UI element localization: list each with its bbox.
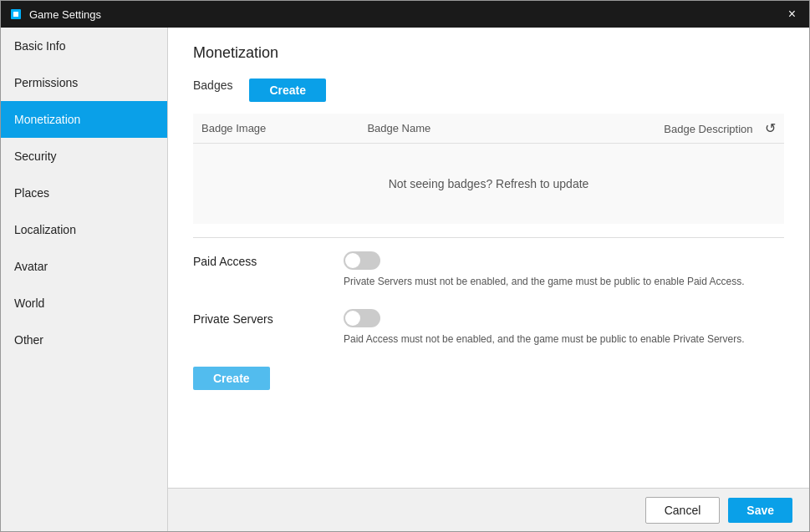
main-scrollable: Monetization Badges Create Badge Image B… — [168, 28, 809, 488]
sidebar-item-basic-info[interactable]: Basic Info — [1, 28, 167, 64]
paid-access-section: Paid Access Private Servers must not be … — [193, 251, 784, 289]
main-content: Monetization Badges Create Badge Image B… — [168, 28, 809, 531]
sidebar-item-monetization[interactable]: Monetization — [1, 101, 167, 138]
col-badge-name: Badge Name — [359, 114, 522, 144]
paid-access-row: Paid Access Private Servers must not be … — [193, 251, 784, 289]
badges-label: Badges — [193, 79, 232, 92]
paid-access-label: Paid Access — [193, 251, 327, 268]
private-servers-knob — [345, 311, 360, 326]
sidebar-item-world[interactable]: World — [1, 285, 167, 322]
paid-access-toggle[interactable] — [344, 251, 380, 270]
sidebar-item-other[interactable]: Other — [1, 322, 167, 358]
private-servers-track[interactable] — [344, 309, 380, 327]
private-servers-toggle[interactable] — [344, 309, 380, 327]
sidebar-item-places[interactable]: Places — [1, 175, 167, 211]
title-bar-left: Game Settings — [9, 8, 101, 21]
cancel-button[interactable]: Cancel — [645, 497, 721, 524]
col-badge-image: Badge Image — [193, 114, 359, 144]
private-servers-description: Paid Access must not be enabled, and the… — [344, 332, 745, 347]
sidebar: Basic Info Permissions Monetization Secu… — [1, 28, 168, 531]
paid-access-knob — [345, 253, 360, 268]
col-badge-description: Badge Description ↺ — [522, 114, 784, 144]
sidebar-item-localization[interactable]: Localization — [1, 211, 167, 248]
private-servers-row: Private Servers Paid Access must not be … — [193, 309, 784, 347]
title-bar: Game Settings × — [1, 1, 809, 28]
private-servers-toggle-right: Paid Access must not be enabled, and the… — [344, 309, 745, 347]
private-servers-section: Private Servers Paid Access must not be … — [193, 309, 784, 347]
svg-rect-1 — [13, 12, 18, 17]
sidebar-item-security[interactable]: Security — [1, 138, 167, 175]
refresh-icon[interactable]: ↺ — [765, 121, 776, 135]
paid-access-track[interactable] — [344, 251, 380, 270]
close-button[interactable]: × — [783, 6, 801, 23]
badges-table: Badge Image Badge Name Badge Description… — [193, 114, 784, 224]
save-button[interactable]: Save — [728, 498, 792, 523]
section-divider — [193, 237, 784, 238]
page-title: Monetization — [193, 44, 784, 62]
paid-access-toggle-right: Private Servers must not be enabled, and… — [344, 251, 745, 289]
paid-access-description: Private Servers must not be enabled, and… — [344, 275, 745, 289]
sidebar-item-avatar[interactable]: Avatar — [1, 248, 167, 285]
badges-row: Badges Create — [193, 79, 784, 102]
create-badge-button[interactable]: Create — [249, 79, 326, 102]
roblox-icon — [9, 8, 23, 21]
badges-section: Badges Create Badge Image Badge Name Bad… — [193, 79, 784, 224]
content-area: Basic Info Permissions Monetization Secu… — [1, 28, 809, 531]
private-servers-label: Private Servers — [193, 309, 327, 326]
window-title: Game Settings — [29, 8, 101, 21]
bottom-create-button[interactable]: Create — [193, 367, 270, 390]
sidebar-item-permissions[interactable]: Permissions — [1, 64, 167, 101]
badges-empty-message: Not seeing badges? Refresh to update — [193, 144, 784, 225]
footer-bar: Cancel Save — [168, 488, 809, 531]
game-settings-window: Game Settings × Basic Info Permissions M… — [0, 0, 810, 532]
